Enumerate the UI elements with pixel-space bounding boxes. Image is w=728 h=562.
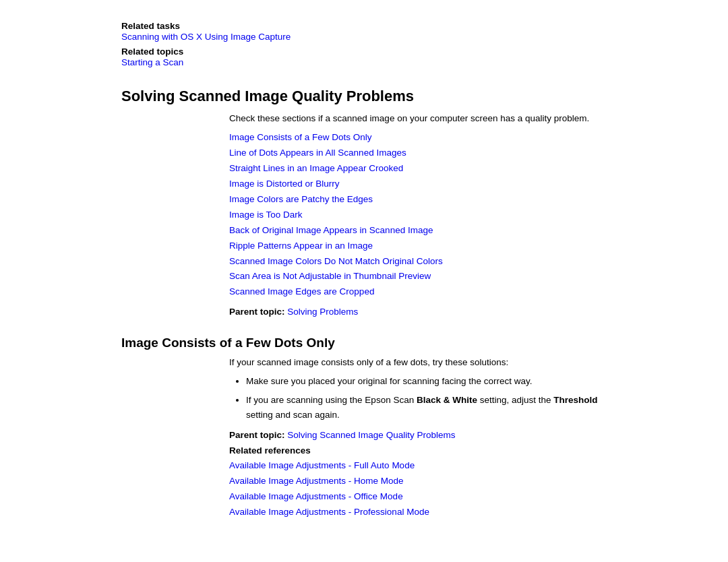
- page-footer: 279: [0, 547, 728, 562]
- subsection-parent-topic: Parent topic: Solving Scanned Image Qual…: [229, 430, 607, 440]
- subsection-parent-label: Parent topic:: [229, 430, 285, 440]
- bullet-item-1: Make sure you placed your original for s…: [246, 374, 607, 389]
- related-topics-label: Related topics: [121, 46, 183, 57]
- main-section-heading: Solving Scanned Image Quality Problems: [121, 88, 607, 105]
- subsection-intro: If your scanned image consists only of a…: [229, 357, 607, 367]
- link-edges-cropped[interactable]: Scanned Image Edges are Cropped: [229, 284, 607, 300]
- link-colors-not-match[interactable]: Scanned Image Colors Do Not Match Origin…: [229, 254, 607, 270]
- scanning-os-x-link[interactable]: Scanning with OS X Using Image Capture: [121, 32, 291, 42]
- link-straight-lines[interactable]: Straight Lines in an Image Appear Crooke…: [229, 161, 607, 177]
- link-ripple-patterns[interactable]: Ripple Patterns Appear in an Image: [229, 239, 607, 254]
- link-colors-patchy[interactable]: Image Colors are Patchy the Edges: [229, 192, 607, 208]
- related-tasks-section: Related tasks Scanning with OS X Using I…: [121, 20, 607, 42]
- subsection-heading: Image Consists of a Few Dots Only: [121, 336, 607, 350]
- starting-scan-link[interactable]: Starting a Scan: [121, 57, 183, 67]
- ref-link-office[interactable]: Available Image Adjustments - Office Mod…: [229, 489, 607, 505]
- link-scan-area[interactable]: Scan Area is Not Adjustable in Thumbnail…: [229, 269, 607, 284]
- subsection-bullets: Make sure you placed your original for s…: [246, 374, 607, 422]
- ref-link-home[interactable]: Available Image Adjustments - Home Mode: [229, 474, 607, 489]
- main-parent-topic: Parent topic: Solving Problems: [229, 307, 607, 317]
- related-references-label: Related references: [229, 445, 607, 456]
- main-parent-topic-label: Parent topic:: [229, 307, 285, 317]
- bullet-item-2: If you are scanning using the Epson Scan…: [246, 393, 607, 422]
- ref-link-full-auto[interactable]: Available Image Adjustments - Full Auto …: [229, 458, 607, 474]
- link-line-of-dots[interactable]: Line of Dots Appears in All Scanned Imag…: [229, 146, 607, 161]
- ref-link-professional[interactable]: Available Image Adjustments - Profession…: [229, 505, 607, 520]
- related-references-links: Available Image Adjustments - Full Auto …: [229, 458, 607, 520]
- solving-quality-problems-link[interactable]: Solving Scanned Image Quality Problems: [287, 430, 455, 440]
- link-few-dots[interactable]: Image Consists of a Few Dots Only: [229, 130, 607, 146]
- quality-problems-links: Image Consists of a Few Dots Only Line o…: [229, 130, 607, 300]
- bold-threshold: Threshold: [553, 395, 597, 405]
- bold-black-white: Black & White: [417, 395, 477, 405]
- main-section-intro: Check these sections if a scanned image …: [229, 113, 607, 123]
- related-topics-section: Related topics Starting a Scan: [121, 46, 607, 67]
- related-tasks-label: Related tasks: [121, 21, 180, 31]
- link-distorted-blurry[interactable]: Image is Distorted or Blurry: [229, 177, 607, 192]
- solving-problems-link[interactable]: Solving Problems: [287, 307, 358, 317]
- link-too-dark[interactable]: Image is Too Dark: [229, 208, 607, 223]
- link-back-original[interactable]: Back of Original Image Appears in Scanne…: [229, 223, 607, 239]
